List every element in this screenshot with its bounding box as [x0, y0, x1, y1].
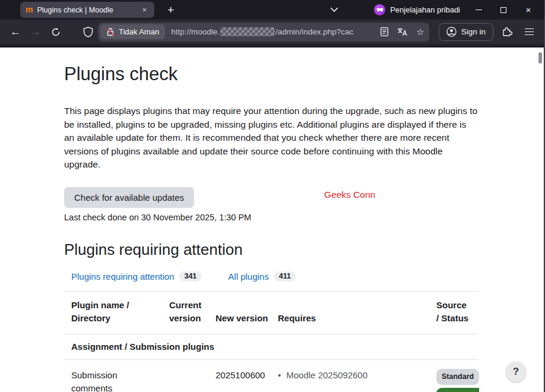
browser-tab-active[interactable]: m Plugins check | Moodle ×: [20, 2, 154, 18]
tracking-shield-icon[interactable]: [83, 27, 93, 37]
col-header-current-version: Current version: [169, 299, 216, 325]
table-header-row: Plugin name / Directory Current version …: [64, 292, 478, 334]
plugin-filter-tabs: Plugins requiring attention 341 All plug…: [64, 271, 478, 282]
page-content: Geeks Conn Plugins check This page displ…: [0, 48, 544, 392]
table-row: Submission comments /mod/assign/ 2025100…: [64, 360, 478, 392]
navigation-toolbar: ← → Tidak Aman http://moodle./admin/ind: [0, 20, 544, 46]
source-status-cell: Standard To be installed: [436, 369, 479, 392]
tab-bar: m Plugins check | Moodle × + Penjelajaha…: [0, 0, 544, 20]
col-header-plugin-name: Plugin name / Directory: [71, 299, 169, 325]
tab-plugins-requiring-attention[interactable]: Plugins requiring attention 341: [71, 271, 201, 282]
page-title: Plugins check: [64, 48, 478, 85]
private-mask-icon: [374, 4, 385, 15]
tab-list-chevron-icon[interactable]: [330, 7, 338, 12]
forward-button: →: [26, 23, 45, 41]
urlbar-icons: ☆: [381, 27, 424, 37]
url-redacted-blur: [220, 27, 275, 36]
bookmark-star-icon[interactable]: ☆: [416, 27, 424, 37]
signin-label: Sign in: [461, 27, 486, 36]
plugin-name: Submission comments: [71, 369, 137, 392]
source-badge: Standard: [436, 369, 479, 385]
last-check-text: Last check done on 30 November 2025, 1:3…: [64, 213, 478, 222]
tab-label: All plugins: [228, 271, 268, 282]
requires-item: • Moodle 2025092600: [278, 369, 436, 382]
col-header-source-status: Source / Status: [436, 299, 479, 325]
section-title: Plugins requiring attention: [64, 241, 478, 259]
moodle-favicon-icon: m: [26, 5, 33, 14]
account-icon: [446, 27, 457, 37]
requires-cell: • Moodle 2025092600: [278, 369, 436, 382]
minimize-button[interactable]: [466, 0, 491, 20]
translate-icon[interactable]: [397, 27, 407, 36]
private-browsing-badge: Penjelajahan pribadi: [374, 4, 460, 15]
watermark-text: Geeks Conn: [324, 189, 375, 200]
extensions-puzzle-icon[interactable]: [500, 24, 515, 39]
new-version-cell: 2025100600: [216, 369, 278, 382]
private-browsing-label: Penjelajahan pribadi: [390, 5, 460, 14]
reload-button[interactable]: [46, 23, 65, 41]
tab-title: Plugins check | Moodle: [37, 6, 135, 14]
status-badge: To be installed: [436, 388, 479, 392]
url-text[interactable]: http://moodle./admin/index.php?cac: [171, 27, 378, 36]
tab-close-icon[interactable]: ×: [140, 4, 149, 15]
new-tab-button[interactable]: +: [163, 4, 179, 17]
plugins-table: Plugin name / Directory Current version …: [64, 291, 478, 392]
bullet-icon: •: [278, 369, 281, 382]
requires-text: Moodle 2025092600: [286, 369, 367, 382]
maximize-button[interactable]: [491, 0, 516, 20]
browser-window: m Plugins check | Moodle × + Penjelajaha…: [0, 0, 545, 392]
security-chip[interactable]: Tidak Aman: [100, 24, 165, 39]
back-button[interactable]: ←: [6, 23, 25, 41]
url-prefix: http://moodle.: [171, 27, 220, 36]
url-suffix: /admin/index.php?cac: [275, 27, 353, 36]
security-chip-label: Tidak Aman: [119, 27, 159, 36]
tab-label: Plugins requiring attention: [71, 271, 174, 282]
col-header-new-version: New version: [216, 312, 278, 325]
window-controls: ×: [466, 0, 541, 20]
close-button[interactable]: ×: [516, 0, 541, 20]
count-badge: 341: [179, 271, 201, 282]
plugin-name-cell: Submission comments /mod/assign/: [71, 369, 169, 392]
col-header-requires: Requires: [278, 312, 436, 325]
help-button[interactable]: ?: [506, 362, 526, 382]
signin-button[interactable]: Sign in: [439, 23, 493, 41]
insecure-lock-icon: [106, 27, 115, 36]
table-group-row: Assignment / Submission plugins: [64, 334, 478, 360]
address-bar[interactable]: Tidak Aman http://moodle./admin/index.ph…: [98, 23, 429, 42]
app-menu-icon[interactable]: [520, 24, 538, 40]
count-badge: 411: [274, 271, 296, 282]
tab-all-plugins[interactable]: All plugins 411: [228, 271, 296, 282]
reader-mode-icon[interactable]: [381, 27, 388, 36]
check-updates-button[interactable]: Check for available updates: [64, 187, 194, 208]
page-description: This page displays plugins that may requ…: [64, 105, 478, 172]
scrollbar-thumb[interactable]: [538, 52, 542, 64]
